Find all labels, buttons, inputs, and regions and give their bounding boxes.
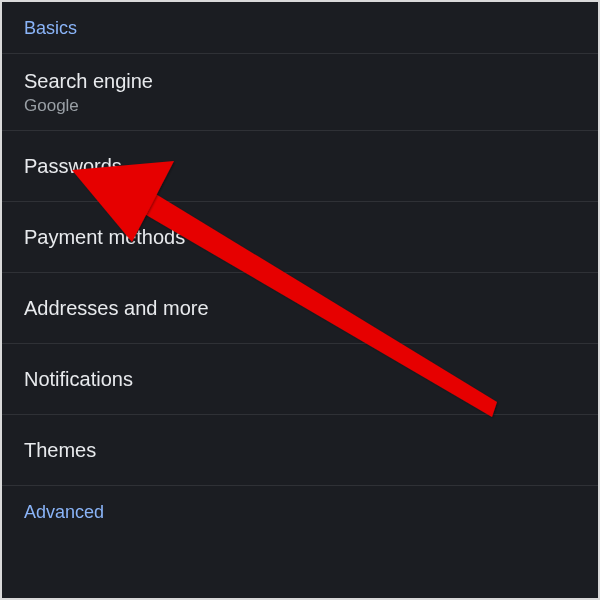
section-header-basics: Basics (2, 2, 598, 53)
settings-item-addresses[interactable]: Addresses and more (2, 273, 598, 344)
settings-item-search-engine[interactable]: Search engine Google (2, 53, 598, 131)
settings-item-themes[interactable]: Themes (2, 415, 598, 486)
settings-item-notifications[interactable]: Notifications (2, 344, 598, 415)
item-title: Payment methods (24, 224, 576, 250)
item-title: Search engine (24, 68, 576, 94)
item-subtitle: Google (24, 96, 576, 116)
item-title: Notifications (24, 366, 576, 392)
section-header-advanced: Advanced (2, 486, 598, 537)
settings-item-payment-methods[interactable]: Payment methods (2, 202, 598, 273)
settings-item-passwords[interactable]: Passwords (2, 131, 598, 202)
settings-list: Basics Search engine Google Passwords Pa… (2, 2, 598, 598)
item-title: Passwords (24, 153, 576, 179)
item-title: Themes (24, 437, 576, 463)
item-title: Addresses and more (24, 295, 576, 321)
